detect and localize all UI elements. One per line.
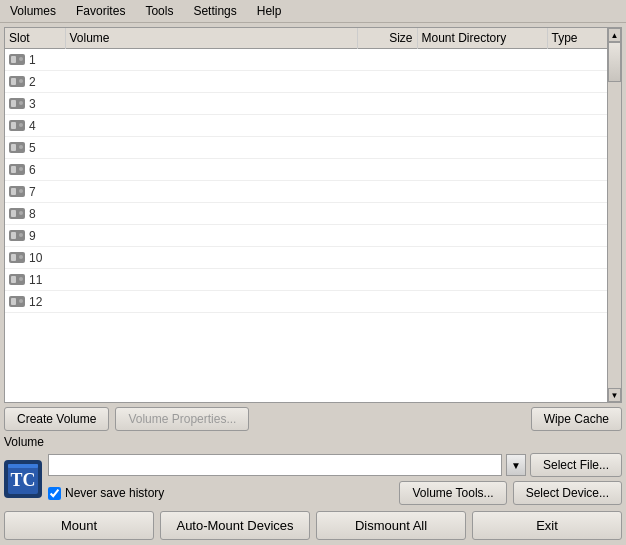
size-cell <box>357 115 417 137</box>
slot-number: 3 <box>29 97 36 111</box>
table-row[interactable]: 9 <box>5 225 607 247</box>
disk-icon <box>9 98 25 109</box>
disk-icon <box>9 54 25 65</box>
size-cell <box>357 291 417 313</box>
table-row[interactable]: 2 <box>5 71 607 93</box>
slot-cell: 8 <box>5 203 65 225</box>
type-cell <box>547 203 607 225</box>
volume-cell <box>65 71 357 93</box>
col-header-mount-dir: Mount Directory <box>417 28 547 49</box>
volume-cell <box>65 93 357 115</box>
dismount-all-button[interactable]: Dismount All <box>316 511 466 540</box>
menu-settings[interactable]: Settings <box>187 2 242 20</box>
select-file-button[interactable]: Select File... <box>530 453 622 477</box>
slot-number: 9 <box>29 229 36 243</box>
menu-favorites[interactable]: Favorites <box>70 2 131 20</box>
mount-dir-cell <box>417 71 547 93</box>
mount-dir-cell <box>417 291 547 313</box>
menu-help[interactable]: Help <box>251 2 288 20</box>
volume-cell <box>65 159 357 181</box>
volume-cell <box>65 225 357 247</box>
volume-path-input[interactable] <box>48 454 502 476</box>
scrollbar-track: ▲ ▼ <box>607 28 621 402</box>
slot-cell: 10 <box>5 247 65 269</box>
col-header-volume: Volume <box>65 28 357 49</box>
slot-cell: 1 <box>5 49 65 71</box>
mount-button[interactable]: Mount <box>4 511 154 540</box>
table-row[interactable]: 11 <box>5 269 607 291</box>
size-cell <box>357 181 417 203</box>
menu-volumes[interactable]: Volumes <box>4 2 62 20</box>
volume-tools-button[interactable]: Volume Tools... <box>399 481 506 505</box>
table-row[interactable]: 4 <box>5 115 607 137</box>
volume-input-row: TC ▼ Select File... Never save histor <box>4 453 622 505</box>
mount-dir-cell <box>417 203 547 225</box>
table-row[interactable]: 10 <box>5 247 607 269</box>
table-row[interactable]: 6 <box>5 159 607 181</box>
wipe-cache-button[interactable]: Wipe Cache <box>531 407 622 431</box>
slot-cell: 7 <box>5 181 65 203</box>
table-row[interactable]: 1 <box>5 49 607 71</box>
disk-icon <box>9 208 25 219</box>
disk-icon <box>9 142 25 153</box>
size-cell <box>357 93 417 115</box>
menu-tools[interactable]: Tools <box>139 2 179 20</box>
exit-button[interactable]: Exit <box>472 511 622 540</box>
scrollbar-thumb[interactable] <box>608 42 621 82</box>
volume-cell <box>65 49 357 71</box>
slot-number: 6 <box>29 163 36 177</box>
slot-number: 10 <box>29 251 42 265</box>
slot-cell: 3 <box>5 93 65 115</box>
slot-number: 11 <box>29 273 42 287</box>
volume-cell <box>65 115 357 137</box>
type-cell <box>547 71 607 93</box>
slot-number: 2 <box>29 75 36 89</box>
auto-mount-devices-button[interactable]: Auto-Mount Devices <box>160 511 310 540</box>
slot-number: 8 <box>29 207 36 221</box>
volume-cell <box>65 181 357 203</box>
action-buttons-row: Mount Auto-Mount Devices Dismount All Ex… <box>4 511 622 540</box>
slot-number: 12 <box>29 295 42 309</box>
volume-section: Volume TC ▼ Select File... <box>4 435 622 505</box>
tools-row: Volume Tools... Select Device... <box>399 481 622 505</box>
table-row[interactable]: 3 <box>5 93 607 115</box>
slot-number: 5 <box>29 141 36 155</box>
disk-icon <box>9 274 25 285</box>
mount-dir-cell <box>417 269 547 291</box>
volume-properties-button[interactable]: Volume Properties... <box>115 407 249 431</box>
mount-dir-cell <box>417 181 547 203</box>
col-header-size: Size <box>357 28 417 49</box>
volume-cell <box>65 291 357 313</box>
scrollbar-arrow-down[interactable]: ▼ <box>608 388 621 402</box>
mount-dir-cell <box>417 137 547 159</box>
scrollbar-arrow-up[interactable]: ▲ <box>608 28 621 42</box>
slot-cell: 11 <box>5 269 65 291</box>
size-cell <box>357 159 417 181</box>
select-device-button[interactable]: Select Device... <box>513 481 622 505</box>
menubar: Volumes Favorites Tools Settings Help <box>0 0 626 23</box>
table-row[interactable]: 7 <box>5 181 607 203</box>
type-cell <box>547 159 607 181</box>
disk-icon <box>9 120 25 131</box>
type-cell <box>547 291 607 313</box>
main-window: Slot Volume Size Mount Directory Type 1 <box>0 23 626 544</box>
never-save-history-row: Never save history <box>48 486 164 500</box>
size-cell <box>357 49 417 71</box>
disk-icon <box>9 296 25 307</box>
top-button-row: Create Volume Volume Properties... Wipe … <box>4 407 622 431</box>
type-cell <box>547 247 607 269</box>
table-row[interactable]: 12 <box>5 291 607 313</box>
volume-table: Slot Volume Size Mount Directory Type 1 <box>5 28 607 313</box>
table-row[interactable]: 5 <box>5 137 607 159</box>
svg-rect-3 <box>8 464 38 468</box>
never-save-history-checkbox[interactable] <box>48 487 61 500</box>
table-row[interactable]: 8 <box>5 203 607 225</box>
slot-number: 1 <box>29 53 36 67</box>
slot-cell: 5 <box>5 137 65 159</box>
volume-dropdown-button[interactable]: ▼ <box>506 454 526 476</box>
slot-number: 4 <box>29 119 36 133</box>
size-cell <box>357 71 417 93</box>
create-volume-button[interactable]: Create Volume <box>4 407 109 431</box>
volume-label: Volume <box>4 435 622 449</box>
slot-cell: 6 <box>5 159 65 181</box>
